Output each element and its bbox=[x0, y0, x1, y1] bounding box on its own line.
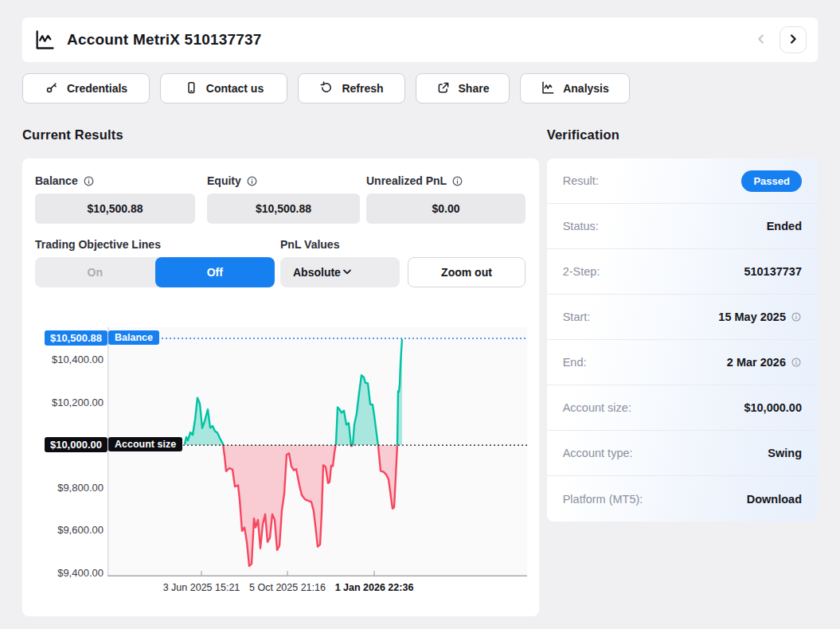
balance-label-text: Balance bbox=[35, 174, 78, 187]
verification-heading: Verification bbox=[547, 127, 818, 143]
verification-row-end: End: 2 Mar 2026 bbox=[547, 340, 818, 385]
y-tick-label: $10,000.00 bbox=[45, 437, 107, 452]
balance-line-tag: Balance bbox=[108, 330, 159, 345]
verification-row-result: Result: Passed bbox=[547, 158, 818, 204]
credentials-button[interactable]: Credentials bbox=[22, 73, 150, 104]
balance-chart-svg bbox=[107, 327, 527, 576]
share-icon bbox=[436, 80, 451, 97]
y-tick-label: $9,800.00 bbox=[57, 482, 104, 494]
account-size-value: $10,000.00 bbox=[744, 401, 802, 414]
current-results-heading: Current Results bbox=[22, 127, 539, 143]
2step-label: 2-Step: bbox=[563, 265, 600, 278]
equity-label: Equity bbox=[207, 174, 360, 187]
titlebar: Account MetriX 510137737 bbox=[22, 18, 818, 62]
account-pager bbox=[748, 26, 807, 53]
page: Account MetriX 510137737 Credentials bbox=[0, 0, 840, 616]
refresh-icon bbox=[319, 80, 334, 97]
verification-row-platform: Platform (MT5): Download bbox=[547, 476, 818, 522]
key-icon bbox=[45, 80, 59, 97]
end-value: 2 Mar 2026 bbox=[727, 356, 786, 369]
balance-chart: $10,500.88$10,400.00$10,200.00$10,000.00… bbox=[35, 327, 539, 602]
end-label: End: bbox=[563, 356, 587, 369]
verification-row-account-type: Account type: Swing bbox=[547, 431, 818, 476]
result-status-badge: Passed bbox=[741, 170, 802, 192]
status-label: Status: bbox=[563, 220, 599, 232]
account-type-value: Swing bbox=[768, 447, 802, 459]
refresh-button[interactable]: Refresh bbox=[298, 73, 405, 104]
unrealized-pnl-value: $0.00 bbox=[366, 193, 525, 224]
analysis-button[interactable]: Analysis bbox=[520, 73, 630, 104]
balance-value: $10,500.88 bbox=[35, 193, 195, 224]
phone-icon bbox=[184, 80, 198, 97]
platform-download-link[interactable]: Download bbox=[747, 493, 802, 506]
equity-value: $10,500.88 bbox=[207, 193, 360, 224]
refresh-button-label: Refresh bbox=[342, 82, 383, 95]
verification-row-status: Status: Ended bbox=[547, 204, 818, 249]
account-size-label: Account size: bbox=[563, 401, 631, 414]
info-icon[interactable] bbox=[451, 175, 463, 187]
info-icon[interactable] bbox=[791, 357, 802, 368]
toggle-option-on[interactable]: On bbox=[35, 257, 155, 287]
contact-us-button-label: Contact us bbox=[206, 82, 264, 95]
page-title: Account MetriX 510137737 bbox=[67, 31, 262, 49]
verification-card: Result: Passed Status: Ended 2-Step: 510… bbox=[547, 158, 818, 522]
trading-objective-lines-label: Trading Objective Lines bbox=[35, 238, 280, 251]
share-button-label: Share bbox=[459, 82, 490, 95]
current-results-card: Balance Equity Unrealized Pn bbox=[22, 158, 539, 616]
y-tick-label: $10,500.88 bbox=[45, 330, 107, 346]
verification-row-2step: 2-Step: 510137737 bbox=[547, 249, 818, 295]
toolbar: Credentials Contact us Refresh bbox=[22, 73, 818, 104]
y-tick-label: $10,200.00 bbox=[52, 397, 104, 408]
x-axis: 3 Jun 2025 15:215 Oct 2025 21:161 Jan 20… bbox=[107, 580, 527, 598]
verification-row-start: Start: 15 May 2025 bbox=[547, 295, 818, 340]
next-account-button[interactable] bbox=[779, 26, 807, 53]
y-axis: $10,500.88$10,400.00$10,200.00$10,000.00… bbox=[35, 327, 107, 576]
credentials-button-label: Credentials bbox=[67, 82, 127, 95]
chart-plot-area[interactable]: BalanceAccount size bbox=[107, 327, 527, 576]
account-size-line-tag: Account size bbox=[108, 437, 182, 451]
contact-us-button[interactable]: Contact us bbox=[160, 73, 287, 104]
x-tick-label: 1 Jan 2026 22:36 bbox=[335, 582, 414, 593]
share-button[interactable]: Share bbox=[416, 73, 510, 104]
platform-label: Platform (MT5): bbox=[563, 493, 643, 506]
y-tick-label: $9,600.00 bbox=[57, 524, 104, 536]
pnl-values-select[interactable]: Absolute bbox=[280, 257, 400, 287]
y-tick-label: $9,400.00 bbox=[57, 567, 104, 579]
pnl-values-selected: Absolute bbox=[293, 266, 341, 279]
pnl-values-label: PnL Values bbox=[280, 238, 339, 251]
account-type-label: Account type: bbox=[563, 447, 633, 459]
x-tick-label: 5 Oct 2025 21:16 bbox=[249, 582, 326, 593]
trading-objective-lines-toggle: On Off bbox=[35, 257, 275, 287]
unrealized-pnl-label: Unrealized PnL bbox=[366, 174, 525, 187]
verification-row-account-size: Account size: $10,000.00 bbox=[547, 385, 818, 431]
unrealized-pnl-label-text: Unrealized PnL bbox=[366, 174, 447, 187]
equity-label-text: Equity bbox=[207, 174, 241, 187]
analysis-button-label: Analysis bbox=[563, 82, 609, 95]
start-label: Start: bbox=[563, 311, 591, 323]
status-value: Ended bbox=[767, 220, 802, 232]
x-tick-label: 3 Jun 2025 15:21 bbox=[163, 582, 240, 593]
info-icon[interactable] bbox=[83, 175, 95, 187]
y-tick-label: $10,400.00 bbox=[52, 354, 104, 365]
info-icon[interactable] bbox=[246, 175, 258, 187]
line-chart-icon bbox=[541, 80, 555, 97]
toggle-option-off[interactable]: Off bbox=[155, 257, 275, 287]
2step-value: 510137737 bbox=[744, 265, 802, 278]
chevron-down-icon bbox=[341, 265, 354, 280]
info-icon[interactable] bbox=[791, 311, 802, 322]
balance-label: Balance bbox=[35, 174, 195, 187]
chevron-left-icon bbox=[754, 32, 768, 49]
result-label: Result: bbox=[563, 174, 599, 187]
start-value: 15 May 2025 bbox=[718, 311, 786, 323]
prev-account-button[interactable] bbox=[748, 26, 775, 53]
chevron-right-icon bbox=[786, 32, 800, 49]
zoom-out-button[interactable]: Zoom out bbox=[408, 257, 525, 287]
line-chart-icon bbox=[33, 28, 57, 52]
